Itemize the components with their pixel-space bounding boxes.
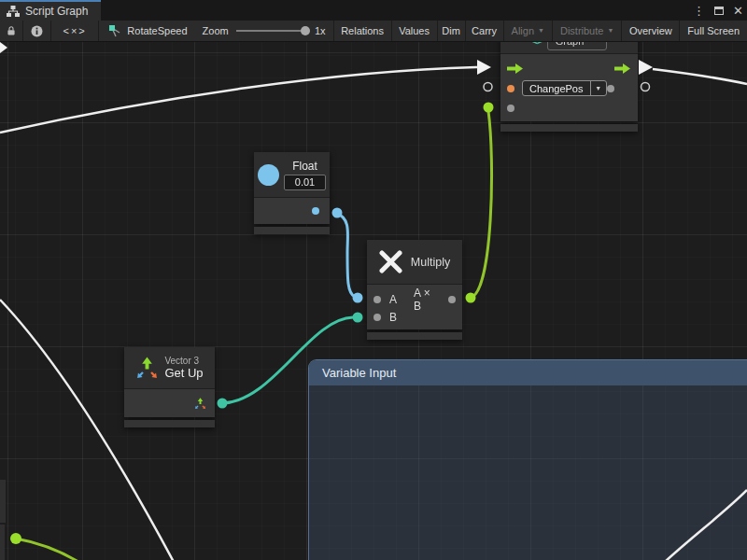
zoom-label: Zoom [203,25,229,36]
menu-icon[interactable]: ⋮ [693,5,705,17]
graph-hierarchy-icon [7,6,20,17]
node-multiply-header[interactable]: Multiply [367,240,462,284]
toolbar: <×> RotateSpeed Zoom 1x Relations Values… [0,21,747,42]
code-icon: <×> [63,25,87,36]
node-float-body [254,197,330,224]
overview-button[interactable]: Overview [622,21,680,41]
window-controls: ⋮ ✕ [693,0,743,21]
float-output-port[interactable] [312,207,319,215]
node-graph[interactable]: <> Graph ▼ [500,42,638,132]
node-vector3-type: Vector 3 [164,356,199,366]
graph-asset-icon [109,25,121,37]
dim-button[interactable]: Dim [438,21,466,41]
chevron-down-icon: ▼ [592,42,599,43]
values-button[interactable]: Values [392,21,438,41]
offscreen-node-fragment[interactable] [0,525,5,560]
node-float-title: Float [292,160,317,173]
variable-select[interactable]: ChangePos ▼ [522,80,607,96]
node-vector3-body [124,388,215,417]
carry-button[interactable]: Carry [466,21,504,41]
zoom-slider-handle[interactable] [301,26,310,35]
float-value-input[interactable]: 0.01 [284,175,326,190]
breadcrumb-graph-name: RotateSpeed [127,25,187,36]
fullscreen-button[interactable]: Full Screen [680,21,747,41]
node-float-footer [254,227,330,234]
node-multiply-body: A A × B B [367,284,462,329]
node-graph-footer [500,124,638,132]
align-button[interactable]: Align ▼ [504,21,553,41]
chevron-down-icon: ▼ [538,27,544,34]
tab-title: Script Graph [25,5,88,18]
group-panel-variable-input[interactable]: Variable Input [308,359,747,560]
maximize-icon[interactable] [714,7,724,15]
script-graph-window: Variable Input <> Graph ▼ [0,0,747,560]
node-multiply[interactable]: Multiply A A × B B [367,240,462,340]
vector3-axes-icon [135,357,159,380]
zoom-control: Zoom 1x [195,21,334,41]
flow-ports-row [507,59,630,78]
chevron-down-icon: ▼ [590,81,607,95]
flow-in-arrow-icon[interactable] [507,63,523,74]
node-float[interactable]: Float 0.01 [254,152,330,234]
variable-input-port[interactable] [507,85,514,92]
group-panel-title: Variable Input [322,366,396,380]
lock-icon [7,25,15,36]
node-vector3-get-up[interactable]: Vector 3 Get Up [124,347,215,427]
chevron-down-icon: ▼ [607,27,613,34]
extra-port-row [507,98,630,118]
node-vector3-title: Get Up [164,366,203,380]
port-row-a: A A × B [374,290,456,308]
group-panel-header[interactable]: Variable Input [309,360,747,385]
variable-port-row: ChangePos ▼ [507,78,630,98]
node-graph-body: ChangePos ▼ [500,53,638,121]
float-type-icon [258,164,279,186]
node-multiply-title: Multiply [411,256,450,269]
value-input-port[interactable] [507,105,514,112]
distribute-button[interactable]: Distribute ▼ [553,21,622,41]
info-button[interactable] [23,21,51,41]
close-icon[interactable]: ✕ [733,5,743,17]
zoom-value: 1x [315,25,326,36]
node-vector3-header[interactable]: Vector 3 Get Up [124,347,215,388]
offscreen-node-fragment[interactable] [0,480,6,523]
multiply-icon [379,250,402,273]
graph-dropdown-button[interactable]: Graph ▼ [547,42,608,50]
node-multiply-footer [367,332,462,340]
node-float-header[interactable]: Float 0.01 [254,152,330,197]
vector3-output-port[interactable] [194,398,206,410]
info-icon [31,25,43,37]
multiply-output-port[interactable] [448,296,456,303]
lock-button[interactable] [0,21,23,41]
graph-icon: <> [531,42,543,48]
breadcrumb[interactable]: RotateSpeed [99,21,194,41]
flow-out-arrow-icon[interactable] [614,63,630,74]
multiply-input-b-port[interactable] [374,314,381,321]
titlebar: Script Graph ⋮ ✕ [0,0,747,21]
relations-button[interactable]: Relations [334,21,392,41]
node-vector3-footer [124,420,215,427]
tab-script-graph[interactable]: Script Graph [0,0,101,21]
zoom-slider[interactable] [236,30,305,32]
value-output-port[interactable] [607,85,614,92]
multiply-input-a-port[interactable] [374,296,381,303]
graph-canvas[interactable]: Variable Input <> Graph ▼ [0,42,747,560]
code-view-button[interactable]: <×> [51,21,99,41]
node-graph-header[interactable]: <> Graph ▼ [500,42,638,53]
